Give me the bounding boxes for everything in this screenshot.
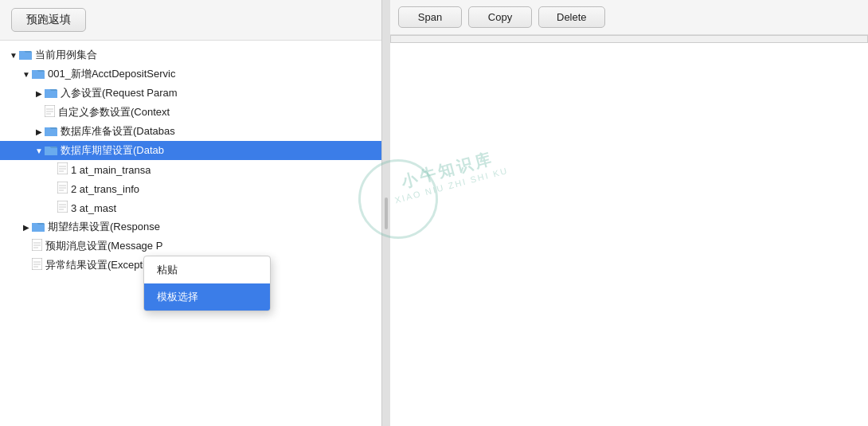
delete-button[interactable]: Delete	[538, 6, 605, 28]
expand-arrow[interactable]: ▼	[33, 147, 45, 155]
context-menu-item-template[interactable]: 模板选择	[144, 283, 270, 311]
folder-icon	[19, 49, 32, 62]
sheet-table	[390, 35, 868, 43]
file-icon	[57, 162, 68, 177]
folder-icon	[45, 87, 57, 100]
file-icon	[45, 105, 55, 119]
tree-item-label: 2 at_trans_info	[71, 183, 139, 195]
expand-arrow[interactable]: ▶	[33, 89, 45, 98]
tree-item-db-expect[interactable]: ▼数据库期望设置(Datab	[0, 141, 381, 160]
file-icon	[32, 239, 42, 253]
tree-item-label: 数据库准备设置(Databas	[61, 124, 175, 139]
tree-item-label: 1 at_main_transa	[71, 164, 151, 176]
row-number-header	[391, 36, 868, 43]
tree-area: ▼当前用例集合▼001_新增AcctDepositServic▶入参设置(Req…	[0, 41, 381, 426]
prerun-button[interactable]: 预跑返填	[11, 8, 86, 32]
tree-item-label: 001_新增AcctDepositServic	[48, 67, 175, 81]
tree-item-label: 3 at_mast	[71, 202, 116, 214]
right-panel: Span Copy Delete	[390, 0, 868, 426]
tree-item-label: 预期消息设置(Message P	[45, 239, 162, 253]
copy-button[interactable]: Copy	[468, 6, 532, 28]
tree-item-message[interactable]: 预期消息设置(Message P	[0, 236, 381, 256]
tree-item-label: 异常结果设置(Exception	[45, 258, 156, 272]
tree-item-001[interactable]: ▼001_新增AcctDepositServic	[0, 64, 381, 84]
file-icon	[32, 258, 42, 272]
expand-arrow[interactable]: ▼	[21, 70, 32, 79]
tree-item-label: 入参设置(Request Param	[61, 86, 178, 100]
tree-item-db-prep[interactable]: ▶数据库准备设置(Databas	[0, 122, 381, 141]
context-menu: 粘贴模板选择	[143, 256, 271, 311]
divider-handle	[385, 197, 388, 229]
tree-item-db1[interactable]: 1 at_main_transa	[0, 160, 381, 179]
folder-icon	[32, 221, 45, 234]
expand-arrow[interactable]: ▼	[8, 51, 19, 60]
expand-arrow[interactable]: ▶	[33, 127, 45, 136]
tree-item-root[interactable]: ▼当前用例集合	[0, 45, 381, 64]
folder-icon	[45, 144, 57, 158]
expand-arrow[interactable]: ▶	[21, 223, 32, 232]
file-icon	[57, 182, 68, 196]
tree-item-response[interactable]: ▶期望结果设置(Response	[0, 217, 381, 236]
tree-item-db3[interactable]: 3 at_mast	[0, 198, 381, 217]
tree-item-custom[interactable]: 自定义参数设置(Context	[0, 103, 381, 122]
tree-item-label: 期望结果设置(Response	[48, 220, 160, 234]
tree-item-db2[interactable]: 2 at_trans_info	[0, 179, 381, 198]
toolbar: Span Copy Delete	[390, 0, 868, 35]
spreadsheet	[390, 35, 868, 426]
folder-icon	[32, 68, 45, 81]
context-menu-item-paste[interactable]: 粘贴	[144, 256, 270, 283]
column-header-row	[391, 36, 868, 43]
tree-item-input[interactable]: ▶入参设置(Request Param	[0, 84, 381, 103]
top-bar: 预跑返填	[0, 0, 381, 41]
tree-item-label: 当前用例集合	[35, 48, 97, 62]
left-panel: 预跑返填 ▼当前用例集合▼001_新增AcctDepositServic▶入参设…	[0, 0, 382, 426]
panel-divider[interactable]	[382, 0, 390, 426]
span-button[interactable]: Span	[398, 6, 462, 28]
tree-item-label: 自定义参数设置(Context	[58, 105, 170, 119]
tree-item-label: 数据库期望设置(Datab	[61, 143, 164, 158]
file-icon	[57, 201, 68, 215]
folder-icon	[45, 125, 57, 139]
